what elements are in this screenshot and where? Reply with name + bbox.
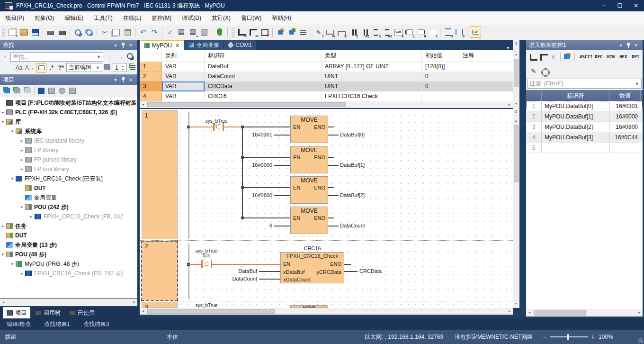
block-input-value[interactable]: 6 xyxy=(230,223,272,228)
save-icon[interactable] xyxy=(30,27,40,37)
resize-grip[interactable] xyxy=(638,338,643,343)
tab-find-results-3[interactable]: 查找结果3 xyxy=(77,320,116,328)
chevron-right-icon[interactable]: ▸ xyxy=(0,110,6,115)
variable-row-1[interactable]: 1 VAR DataBuf ARRAY [0..127] OF UINT [12… xyxy=(140,62,513,72)
tree-hscrollbar[interactable]: ◂▸ xyxy=(0,299,137,306)
check-program-icon[interactable]: ✓ xyxy=(165,27,175,37)
contact-icon[interactable] xyxy=(213,123,215,131)
tree-item-plc[interactable]: ▸PLC (FP-XH 32k C40ET,C60ET, 326 步) xyxy=(0,108,137,117)
col-header-kind[interactable]: 类别 xyxy=(162,50,205,62)
col-header-type[interactable]: 类型 xyxy=(322,50,422,62)
block-input-value[interactable]: 16#0000 xyxy=(230,162,272,168)
ladder-vscrollbar[interactable]: ⇕ ▴ ▾ xyxy=(513,108,519,308)
close-button[interactable]: ✕ xyxy=(628,0,644,11)
wire-w-icon[interactable]: W xyxy=(325,27,335,37)
menu-help[interactable]: 帮助(H) xyxy=(267,14,296,22)
tree-item-system-library[interactable]: ▾系统库 xyxy=(0,127,137,136)
table-vscrollbar[interactable]: ⇕ ▴ ▾ xyxy=(513,40,519,108)
chevron-right-icon[interactable]: ▸ xyxy=(19,138,25,143)
tree-item-lib-dut[interactable]: DUT xyxy=(0,183,137,193)
monitor-pin-icon[interactable] xyxy=(626,43,630,48)
coil-3-icon[interactable]: 3 xyxy=(370,27,381,37)
contact-2-icon[interactable]: 2 xyxy=(348,27,358,37)
tree-item-mypou[interactable]: ▾MyPOU (PRG, 48 步) xyxy=(0,259,137,269)
comment-7-icon[interactable]: 7 xyxy=(427,27,438,37)
tab-compile-check[interactable]: 编译/检查 xyxy=(0,320,37,328)
count-stepper[interactable]: 1 ▲▼ xyxy=(113,63,127,72)
focused-cell[interactable]: VAR xyxy=(162,81,205,91)
tree-item-lib-pou[interactable]: ▾POU (242 步) xyxy=(0,202,137,212)
crc16-function-block[interactable]: FPXH_CRC16_Check EN ENO xDataBuf yCRCDat… xyxy=(280,252,344,283)
zoom-in-button[interactable]: + xyxy=(591,333,595,341)
document-list-icon[interactable]: ▾ xyxy=(504,45,512,50)
tab-com1[interactable]: COM1 xyxy=(224,40,256,50)
block-output-variable[interactable]: DataBuf[2] xyxy=(340,192,365,198)
tree-item-fp-library[interactable]: ▸FP library xyxy=(0,145,137,155)
new-pou-icon[interactable] xyxy=(38,88,45,94)
format-bin-button[interactable]: BIN xyxy=(607,54,615,59)
tree-item-dut[interactable]: DUT xyxy=(0,231,137,240)
search-in-comments-toggle[interactable] xyxy=(36,63,46,72)
delete-object-icon[interactable] xyxy=(69,88,76,94)
right-pin-6-icon[interactable]: R xyxy=(416,27,426,37)
search-icon[interactable] xyxy=(127,53,133,59)
chevron-right-icon[interactable]: ▸ xyxy=(0,224,6,228)
block-input-value[interactable]: 16#0800 xyxy=(230,192,272,198)
split-v-9-icon[interactable]: 9 xyxy=(454,27,465,37)
match-word-button[interactable]: A→ xyxy=(25,63,35,72)
tree-item-lib-fb[interactable]: ▸FPXH_CRC16_Check (FB, 242 xyxy=(0,212,137,221)
contact-variable-label[interactable]: sys_bTrue xyxy=(185,303,228,308)
chevron-down-icon[interactable]: ▾ xyxy=(9,129,15,134)
chevron-down-icon[interactable]: ▾ xyxy=(0,119,6,124)
maximize-button[interactable]: ☐ xyxy=(612,0,628,11)
chevron-right-icon[interactable]: ▸ xyxy=(28,214,34,219)
find-icon[interactable] xyxy=(72,27,83,37)
ladder-editor[interactable]: 1 sys_bTrue 常闭 MOVE EN ENO 16#0301 DataB… xyxy=(140,109,513,308)
monitor-row-5[interactable]: 5 xyxy=(526,143,643,153)
tree-item-lib-global-vars[interactable]: 全局变量 xyxy=(0,193,137,202)
paste-icon[interactable] xyxy=(122,27,133,37)
stack-count-icon[interactable] xyxy=(104,64,110,70)
edit-pencil-icon[interactable]: ✎ xyxy=(531,67,537,75)
menu-project[interactable]: 项目(P) xyxy=(0,14,29,22)
zoom-out-button[interactable]: − xyxy=(543,333,546,341)
move-block-1[interactable]: MOVE EN ENO xyxy=(290,116,328,143)
block-output-variable[interactable]: DataCount xyxy=(340,223,365,228)
menu-online[interactable]: 在线(L) xyxy=(118,14,147,22)
find-menu-icon[interactable]: ▾ xyxy=(112,43,119,48)
block-output-variable[interactable]: DataBuf[0] xyxy=(340,132,365,137)
print-icon[interactable] xyxy=(57,27,67,37)
close-tab-icon[interactable]: ✕ xyxy=(175,43,179,49)
move-block-4[interactable]: MOVE EN ENO xyxy=(290,207,328,234)
tree-item-global-vars[interactable]: 全局变量 (13 步) xyxy=(0,240,137,250)
move-block-2[interactable]: MOVE EN ENO xyxy=(290,146,328,173)
tab-global-variables[interactable]: 全局变量 xyxy=(184,40,224,50)
variable-row-4[interactable]: 4 VAR CRC16 FPXH CRC16 Check xyxy=(140,91,513,101)
redo-icon[interactable]: ↷ xyxy=(149,27,160,37)
find-in-files-icon[interactable] xyxy=(84,27,94,37)
chevron-down-icon[interactable]: ▾ xyxy=(9,176,15,181)
tab-call-tree[interactable]: 调用树 xyxy=(31,307,64,318)
format-dft-button[interactable]: DFT xyxy=(632,54,639,59)
tree-item-project-root[interactable]: 项目 [F:\PLC功能块封装\ST结构化文本编程封装 xyxy=(0,98,137,108)
tree-item-library[interactable]: ▾库 xyxy=(0,117,137,127)
tree-item-tasks[interactable]: ▸任务 xyxy=(0,221,137,231)
search-scope-select[interactable]: 当前编辑 ▼ xyxy=(66,63,102,72)
monitor-row-1[interactable]: 1 MyPOU.DataBuf[0] 16#0301 xyxy=(526,101,643,111)
align-network-icon[interactable] xyxy=(298,27,308,37)
insert-watch-after-icon[interactable] xyxy=(540,54,548,61)
monitor-row-4[interactable]: 4 MyPOU.DataBuf[3] 16#0C44 xyxy=(526,132,643,143)
fb-instance-name[interactable]: CRC16 xyxy=(280,245,344,251)
delete-watch-icon[interactable]: ✕ xyxy=(551,54,556,61)
tab-find-results-1[interactable]: 查找结果1 xyxy=(37,320,77,328)
compile-all-icon[interactable] xyxy=(199,27,209,37)
show-variable-comments-icon[interactable]: VAR xyxy=(470,27,481,38)
add-object-icon[interactable] xyxy=(14,88,20,93)
col-header-identifier[interactable]: 标识符 xyxy=(205,50,322,62)
wildcard-button[interactable]: ?* xyxy=(57,63,65,72)
tree-item-fpxh-crc16-library[interactable]: ▾FPXH_CRC16_Check [已安装] xyxy=(0,174,137,183)
chevron-right-icon[interactable]: ▸ xyxy=(19,148,25,153)
find-previous-icon[interactable]: ← xyxy=(106,52,115,62)
menu-window[interactable]: 窗口(W) xyxy=(236,14,267,22)
cut-icon[interactable]: ✂ xyxy=(99,27,110,37)
